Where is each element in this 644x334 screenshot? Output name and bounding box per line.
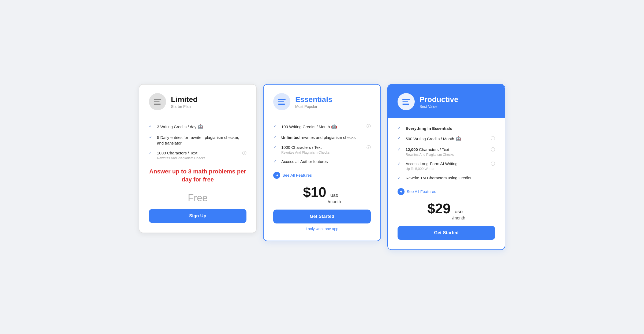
info-icon-limited-3[interactable]: ⓘ: [242, 150, 246, 156]
essentials-price-section: $10 USD /month: [273, 185, 371, 204]
ess-feature-content-3: 1000 Characters / Text Rewrites And Plag…: [281, 145, 371, 154]
productive-get-started-button[interactable]: Get Started: [398, 226, 495, 240]
essentials-price-amount: $10 USD /month: [273, 185, 371, 204]
prod-feature-main-5: Rewrite 1M Characters using Credits: [406, 175, 495, 181]
prod-check-5: ✓: [398, 176, 402, 180]
productive-price-period: /month: [452, 216, 465, 221]
limited-feature-2: ✓ 5 Daily entries for rewriter, plagiari…: [149, 135, 246, 146]
limited-features-list: ✓ 3 Writing Credits / day 🤖 ✓ 5 Daily en…: [149, 123, 246, 160]
ess-feature-content-1: 100 Writing Credits / Month 🤖 ⓘ: [281, 123, 371, 130]
prod-feature-text-4: Access Long-Form AI Writing Up To 5,000 …: [406, 161, 489, 171]
ess-feature-main-2: Unlimited rewrites and plagiarism checks: [281, 135, 371, 140]
ess-feature-content-2: Unlimited rewrites and plagiarism checks: [281, 135, 371, 140]
limited-price-section: Free: [149, 192, 246, 204]
prod-check-4: ✓: [398, 161, 402, 166]
limited-header: Limited Starter Plan: [149, 93, 246, 117]
ess-check-3: ✓: [273, 145, 278, 149]
pricing-container: Limited Starter Plan ✓ 3 Writing Credits…: [134, 84, 510, 250]
productive-see-all-label: See All Features: [407, 189, 436, 194]
limited-icon: [154, 99, 161, 105]
productive-plan-title: Productive: [420, 95, 458, 104]
essentials-feature-4: ✓ Access all Author features: [273, 159, 371, 164]
prod-check-2: ✓: [398, 136, 402, 140]
prod-feature-text-2: 500 Writing Credits / Month 🤖: [406, 135, 489, 142]
essentials-feature-3: ✓ 1000 Characters / Text Rewrites And Pl…: [273, 145, 371, 154]
limited-promo-text: Answer up to 3 math problems per day for…: [149, 168, 246, 184]
prod-feature-text-1: Everything In Essentials: [406, 126, 495, 131]
essentials-get-started-button[interactable]: Get Started: [273, 210, 371, 223]
card-productive: Productive Best Value ✓ Everything In Es…: [387, 84, 505, 250]
limited-price-free: Free: [149, 192, 246, 204]
limited-feature-content-1: 3 Writing Credits / day 🤖: [157, 123, 246, 130]
ess-feature-main-3: 1000 Characters / Text: [281, 145, 364, 150]
info-icon-ess-3[interactable]: ⓘ: [366, 145, 371, 150]
ess-feature-text-1: 100 Writing Credits / Month 🤖: [281, 123, 364, 130]
prod-feature-sub-4: Up To 5,000 Words: [406, 167, 489, 171]
productive-plan-subtitle: Best Value: [420, 104, 458, 109]
limited-plan-title: Limited: [171, 95, 198, 104]
essentials-title-group: Essentials Most Popular: [295, 95, 332, 109]
prod-check-3: ✓: [398, 147, 402, 151]
productive-arrow-icon: ➜: [398, 188, 405, 195]
prod-feature-content-2: 500 Writing Credits / Month 🤖 ⓘ: [406, 135, 495, 142]
productive-icon: [402, 99, 410, 105]
check-icon-2: ✓: [149, 135, 153, 139]
productive-price-amount: $29 USD /month: [398, 202, 495, 221]
ess-check-4: ✓: [273, 159, 278, 164]
limited-feature-main-3: 1000 Characters / Text: [157, 150, 240, 156]
productive-price-currency: USD: [452, 210, 465, 214]
limited-signup-button[interactable]: Sign Up: [149, 209, 246, 223]
limited-feature-main-2: 5 Daily entries for rewriter, plagiarism…: [157, 135, 246, 146]
prod-feature-content-4: Access Long-Form AI Writing Up To 5,000 …: [406, 161, 495, 171]
ess-feature-text-2: Unlimited rewrites and plagiarism checks: [281, 135, 371, 140]
productive-price-meta: USD /month: [452, 210, 465, 221]
limited-feature-content-3: 1000 Characters / Text Rewrites And Plag…: [157, 150, 246, 160]
info-icon-prod-2[interactable]: ⓘ: [491, 136, 495, 141]
limited-feature-text-2: 5 Daily entries for rewriter, plagiarism…: [157, 135, 246, 146]
robot-icon-ess-1: 🤖: [331, 124, 337, 129]
productive-feature-3: ✓ 12,000 Characters / Text Rewrites And …: [398, 147, 495, 157]
limited-title-group: Limited Starter Plan: [171, 95, 198, 109]
info-icon-prod-3[interactable]: ⓘ: [491, 147, 495, 153]
ess-feature-main-1: 100 Writing Credits / Month 🤖: [281, 123, 364, 130]
essentials-see-all-link[interactable]: ➜ See All Features: [273, 172, 371, 179]
productive-header: Productive Best Value: [388, 85, 505, 118]
ess-feature-main-4: Access all Author features: [281, 159, 371, 164]
essentials-feature-2: ✓ Unlimited rewrites and plagiarism chec…: [273, 135, 371, 140]
productive-price-section: $29 USD /month: [398, 202, 495, 221]
essentials-see-all-label: See All Features: [282, 173, 312, 177]
prod-feature-content-1: Everything In Essentials: [406, 126, 495, 131]
robot-icon-1: 🤖: [197, 124, 203, 129]
limited-feature-sub-3: Rewrites And Plagiarism Checks: [157, 156, 240, 160]
essentials-icon: [278, 99, 286, 105]
essentials-plan-title: Essentials: [295, 95, 332, 104]
info-icon-prod-4[interactable]: ⓘ: [491, 161, 495, 167]
prod-feature-main-2: 500 Writing Credits / Month 🤖: [406, 135, 489, 142]
productive-see-all-link[interactable]: ➜ See All Features: [398, 188, 495, 195]
check-icon-1: ✓: [149, 124, 153, 128]
limited-icon-circle: [149, 93, 166, 110]
limited-feature-main-1: 3 Writing Credits / day 🤖: [157, 123, 246, 130]
prod-check-1: ✓: [398, 126, 402, 130]
productive-feature-4: ✓ Access Long-Form AI Writing Up To 5,00…: [398, 161, 495, 171]
essentials-feature-1: ✓ 100 Writing Credits / Month 🤖 ⓘ: [273, 123, 371, 130]
card-limited: Limited Starter Plan ✓ 3 Writing Credits…: [139, 84, 257, 233]
ess-feature-content-4: Access all Author features: [281, 159, 371, 164]
essentials-icon-circle: [273, 93, 290, 110]
productive-feature-2: ✓ 500 Writing Credits / Month 🤖 ⓘ: [398, 135, 495, 142]
essentials-price-number: $10: [303, 185, 326, 199]
essentials-arrow-icon: ➜: [273, 172, 280, 179]
limited-feature-3: ✓ 1000 Characters / Text Rewrites And Pl…: [149, 150, 246, 160]
productive-feature-5: ✓ Rewrite 1M Characters using Credits: [398, 175, 495, 181]
prod-feature-text-5: Rewrite 1M Characters using Credits: [406, 175, 495, 181]
prod-feature-content-5: Rewrite 1M Characters using Credits: [406, 175, 495, 181]
info-icon-ess-1[interactable]: ⓘ: [366, 124, 371, 129]
productive-body: ✓ Everything In Essentials ✓ 500 Writing…: [388, 118, 505, 249]
ess-feature-text-3: 1000 Characters / Text Rewrites And Plag…: [281, 145, 364, 154]
essentials-one-app-link[interactable]: I only want one app: [273, 227, 371, 231]
essentials-plan-subtitle: Most Popular: [295, 104, 332, 109]
ess-check-1: ✓: [273, 124, 278, 128]
prod-feature-main-3: 12,000 Characters / Text: [406, 147, 489, 152]
limited-plan-subtitle: Starter Plan: [171, 104, 198, 109]
prod-feature-content-3: 12,000 Characters / Text Rewrites And Pl…: [406, 147, 495, 157]
